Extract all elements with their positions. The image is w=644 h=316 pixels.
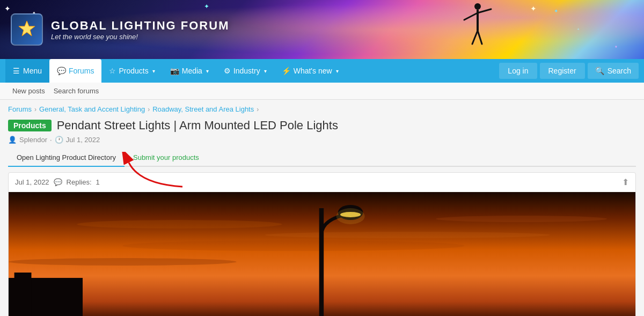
thread-date: Jul 1, 2022 [66,136,100,144]
breadcrumb-forums[interactable]: Forums [8,105,32,113]
chevron-down-icon: ▾ [264,68,267,74]
site-title-group: GLOBAL LIGHTING FORUM Let the world see … [51,19,229,41]
nav-auth-group: Log in Register 🔍 Search [499,63,639,79]
chat-icon: 💬 [57,67,66,75]
tab-open-directory[interactable]: Open Lighting Product Directory [8,149,125,167]
site-subtitle: Let the world see you shine! [51,33,229,41]
nav-item-products[interactable]: ☆ Products ▾ [101,59,162,83]
login-button[interactable]: Log in [499,63,537,79]
svg-line-5 [472,31,478,44]
nav-media-label: Media [182,67,202,75]
star-decoration: ✦ [4,4,11,13]
breadcrumb-sep: › [148,106,150,113]
nav-item-forums[interactable]: 💬 Forums [49,59,101,83]
main-navbar: ☰ Menu 💬 Forums ☆ Products ▾ 📷 Media ▾ ⚙… [0,59,644,83]
thread-content: Jul 1, 2022 💬 Replies: 1 ⬆ [8,172,636,316]
svg-rect-8 [9,192,635,316]
thread-tabs-wrapper: Open Lighting Product Directory Submit y… [0,149,644,167]
star-decoration: ✦ [530,4,537,13]
meta-sep: · [50,136,52,144]
svg-line-6 [478,31,482,44]
replies-label: Replies: [67,178,92,186]
gear-icon: ⚙ [224,67,231,75]
camera-icon: 📷 [170,67,179,75]
svg-point-19 [340,212,361,217]
breadcrumb-current[interactable]: Roadway, Street and Area Lights [152,105,254,113]
search-forums-link[interactable]: Search forums [49,87,104,95]
svg-point-11 [122,240,464,251]
thread-tabs: Open Lighting Product Directory Submit y… [8,149,636,167]
svg-rect-15 [14,273,32,316]
register-button[interactable]: Register [540,63,585,79]
svg-line-3 [464,13,478,20]
chevron-down-icon: ▾ [206,68,209,74]
tab-submit-products[interactable]: Submit your products [125,149,208,167]
replies-count: 1 [96,178,100,186]
star-decoration: + [577,27,580,32]
thread-content-header: Jul 1, 2022 💬 Replies: 1 ⬆ [9,173,635,192]
products-badge: Products [8,120,52,131]
breadcrumb-sep: › [34,106,36,113]
svg-point-12 [9,258,237,266]
svg-point-9 [77,220,282,229]
svg-point-20 [336,208,365,224]
breadcrumb-sep: › [257,106,259,113]
share-icon[interactable]: ⬆ [622,177,629,187]
thread-author[interactable]: Splendor [19,136,47,144]
thread-header: Products Pendant Street Lights | Arm Mou… [0,119,644,149]
breadcrumb: Forums › General, Task and Accent Lighti… [0,100,644,119]
nav-item-media[interactable]: 📷 Media ▾ [163,59,216,83]
star-nav-icon: ☆ [109,67,116,75]
svg-point-10 [265,232,550,238]
user-icon: 👤 [8,136,17,144]
svg-rect-16 [37,281,60,316]
nav-forums-label: Forums [69,67,94,75]
thread-title-row: Products Pendant Street Lights | Arm Mou… [8,119,636,133]
site-logo[interactable] [11,13,43,46]
nav-item-whats-new[interactable]: ⚡ What's new ▾ [274,59,346,83]
header-banner: ✦ ✦ ✦ ✦ + ✦ * GLOBAL LIGHTING FORUM Let … [0,0,644,59]
chevron-down-icon: ▾ [152,68,155,74]
sky-svg [9,192,635,316]
nav-products-label: Products [119,67,148,75]
star-decoration: ✦ [554,8,558,14]
header-figure [462,1,494,54]
post-meta: Jul 1, 2022 💬 Replies: 1 [15,178,100,186]
hamburger-icon: ☰ [13,67,20,75]
menu-label: Menu [23,67,42,75]
thread-meta: 👤 Splendor · 🕐 Jul 1, 2022 [8,136,636,144]
logo-icon [16,19,38,40]
svg-point-1 [474,3,481,10]
svg-rect-14 [9,278,83,316]
svg-point-13 [436,216,607,222]
menu-button[interactable]: ☰ Menu [5,59,49,83]
svg-marker-0 [19,21,35,36]
nav-whats-new-label: What's new [294,67,332,75]
svg-rect-17 [319,208,324,316]
lightning-icon: ⚡ [282,67,291,75]
thread-post-image [9,192,635,316]
nav-industry-label: Industry [233,67,260,75]
svg-line-4 [478,9,491,13]
search-icon: 🔍 [595,67,604,75]
sub-navbar: New posts Search forums [0,83,644,100]
star-decoration: * [615,45,617,51]
site-title: GLOBAL LIGHTING FORUM [51,19,229,33]
nav-item-industry[interactable]: ⚙ Industry ▾ [216,59,274,83]
breadcrumb-general[interactable]: General, Task and Accent Lighting [39,105,145,113]
svg-point-18 [338,205,363,220]
search-button[interactable]: 🔍 Search [588,63,639,79]
post-date: Jul 1, 2022 [15,178,49,186]
search-label: Search [608,67,631,75]
clock-icon: 🕐 [55,136,63,144]
comment-icon: 💬 [54,178,62,186]
thread-title: Pendant Street Lights | Arm Mounted LED … [57,119,338,133]
chevron-down-icon: ▾ [336,68,339,74]
new-posts-link[interactable]: New posts [8,87,49,95]
star-decoration: ✦ [204,3,209,10]
